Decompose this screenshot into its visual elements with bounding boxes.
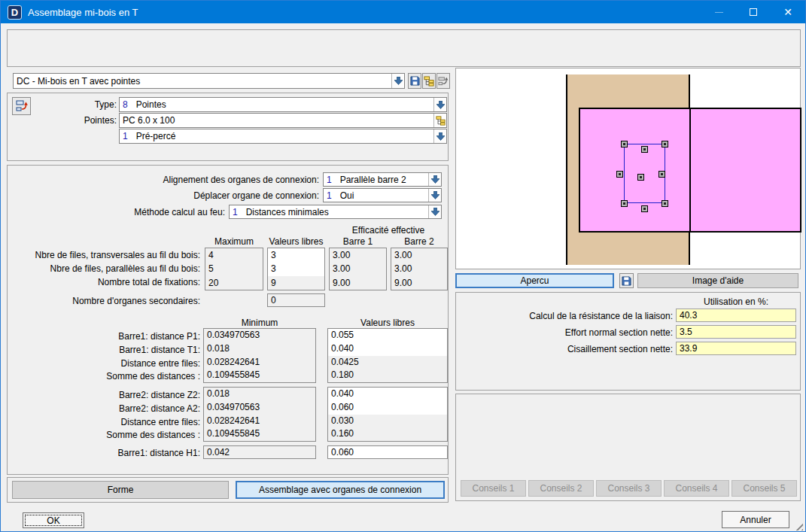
h1-minimum-field: 0.042 [203,445,316,459]
top-info-panel [7,29,801,67]
free-value-input[interactable]: 0.055 [328,329,447,342]
move-fastener-value: Oui [340,190,354,201]
efficiency-group-header: Efficacité effective [329,225,448,236]
conseils-2-button[interactable]: Conseils 2 [528,480,594,497]
utilization-header: Utilisation en %: [676,296,796,307]
column-header-free-values: Valeurs libres [267,236,325,247]
save-icon [410,76,420,86]
catalog-picker-button[interactable] [433,114,446,127]
minimum-value: 0.034970563 [204,401,315,415]
free-value-input[interactable]: 0.040 [328,388,447,401]
conseils-5-button[interactable]: Conseils 5 [731,480,797,497]
apercu-button[interactable]: Apercu [455,273,614,288]
save-icon [622,276,631,286]
normal-force-value: 3.5 [676,325,796,339]
fire-method-label: Méthode calcul au feu: [134,207,225,217]
pointes-label: Pointes: [8,115,117,126]
free-value-readonly: 0.0425 [328,356,447,369]
save-image-button[interactable] [619,273,634,288]
row-spacing-label: Distance entre files: [8,417,200,427]
maximize-button[interactable] [736,1,771,23]
annuler-button[interactable]: Annuler [722,511,789,528]
fire-method-combobox[interactable]: 1Distances minimales [229,205,442,219]
fastener-groupbox: Type: 8Pointes Pointes: PC 6.0 x 100 1Pr… [7,93,449,161]
group1-free-values-column[interactable]: 0.055 0.040 0.0425 0.180 [327,328,448,383]
shear-label: Cisaillement section nette: [456,344,673,354]
group2-free-values-column[interactable]: 0.040 0.060 0.030 0.160 [327,387,448,442]
minimize-button[interactable] [701,1,736,23]
conseils-4-button[interactable]: Conseils 4 [664,480,729,497]
barre1-value: 3.00 [330,248,386,262]
utilization-groupbox: Utilisation en %: Calcul de la résistanc… [455,292,801,391]
conseils-1-button[interactable]: Conseils 1 [461,480,526,497]
sum-distances-label: Somme des distances : [8,371,200,382]
conseils-3-button[interactable]: Conseils 3 [596,480,662,497]
h1-free-value-field[interactable]: 0.060 [327,445,448,459]
maximum-value: 20 [205,276,263,290]
free-value-input[interactable]: 3 [268,262,324,275]
tree-icon [424,76,434,87]
preset-catalog-button[interactable] [422,73,436,89]
shear-value: 33.9 [676,342,796,355]
resize-grip[interactable] [793,521,803,530]
move-fastener-combobox[interactable]: 1Oui [323,188,442,202]
free-value-input[interactable]: 0.060 [328,401,447,415]
dialog-window: D Assemblage mi-bois en T ✕ DC - Mi-bois… [0,0,806,532]
pointes-field[interactable]: PC 6.0 x 100 [119,113,447,128]
minimum-value: 0.028242641 [204,415,315,428]
preset-combobox[interactable]: DC - Mi-bois en T avec pointes [13,73,405,89]
free-values-column[interactable]: 3 3 9 [267,248,325,290]
rows-transverse-label: Nbre de files, transversales au fil du b… [8,250,200,260]
type-value: Pointes [136,99,166,110]
window-title: Assemblage mi-bois en T [28,7,138,18]
free-value-input[interactable]: 0.040 [328,342,447,356]
type-combobox[interactable]: 8Pointes [119,97,447,112]
maximum-value: 4 [205,248,263,262]
chevron-down-icon[interactable] [428,205,441,218]
free-value-input[interactable]: 3 [268,248,324,262]
predrill-value: Pré-percé [136,131,176,141]
preset-transfer-button[interactable] [436,73,450,89]
barre1-value: 3.00 [330,262,386,275]
joint-resistance-label: Calcul de la résistance de la liaison: [456,311,673,321]
maximum-value: 5 [205,262,263,275]
free-value-readonly: 0.160 [328,427,447,441]
type-label: Type: [8,99,117,110]
tab-assemblage[interactable]: Assemblage avec organes de connexion [236,481,445,499]
column-header-maximum: Maximum [205,236,263,247]
ok-button[interactable]: OK [23,512,84,528]
fastener-marker [641,146,648,153]
predrill-combobox[interactable]: 1Pré-percé [119,129,447,144]
move-fastener-label: Déplacer organe de connexion: [193,190,319,201]
type-number: 8 [123,99,128,110]
minimum-value: 0.018 [204,342,315,356]
chevron-down-icon[interactable] [433,98,446,111]
chevron-down-icon[interactable] [391,74,404,88]
member-edge-line [689,108,691,233]
alignment-number: 1 [327,175,332,185]
predrill-number: 1 [123,131,128,141]
minimum-value: 0.109455845 [204,427,315,441]
chevron-down-icon[interactable] [428,173,441,186]
save-preset-button[interactable] [408,73,421,89]
barre2-efficiency-column: 3.00 3.00 9.00 [391,248,448,290]
barre1-efficiency-column: 3.00 3.00 9.00 [329,248,387,290]
image-aide-button[interactable]: Image d'aide [637,273,798,288]
tab-forme[interactable]: Forme [12,481,229,499]
total-fasteners-label: Nombre total de fixations: [8,277,200,287]
fastener-marker [637,174,644,181]
parameters-groupbox: Alignement des organes de connexion: 1Pa… [7,165,449,475]
alignment-row: Alignement des organes de connexion: 1Pa… [163,172,442,187]
fire-method-row: Méthode calcul au feu: 1Distances minima… [134,205,442,219]
chevron-down-icon[interactable] [428,189,441,202]
fastener-marker [616,171,623,178]
chevron-down-icon[interactable] [433,129,446,143]
tabs-strip: Forme Assemblage avec organes de connexi… [7,477,449,503]
maximum-column: 4 5 20 [205,248,263,290]
conseils-groupbox: Conseils 1 Conseils 2 Conseils 3 Conseil… [455,394,801,501]
column-header-barre1: Barre 1 [329,236,387,247]
app-logo-icon: D [8,5,22,20]
free-value-readonly: 0.030 [328,415,447,428]
alignment-combobox[interactable]: 1Parallèle barre 2 [323,172,442,187]
close-button[interactable]: ✕ [771,1,805,23]
